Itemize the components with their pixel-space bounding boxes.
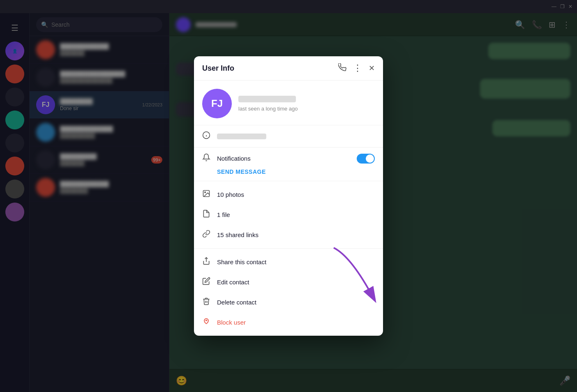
modal-title: User Info [202,64,234,73]
block-user-item[interactable]: Block user [194,312,383,332]
file-label: 1 file [217,211,230,218]
info-blurred-content [217,134,266,139]
photos-icon [202,189,210,200]
share-contact-label: Share this contact [217,258,266,265]
file-item[interactable]: 1 file [194,205,383,225]
modal-header-actions: ⋮ ✕ [338,63,375,74]
block-user-label: Block user [217,319,246,326]
user-initials: FJ [211,98,223,109]
svg-point-4 [205,192,206,193]
photos-label: 10 photos [217,191,244,198]
block-icon [202,317,210,327]
user-avatar: FJ [202,89,232,118]
delete-contact-item[interactable]: Delete contact [194,292,383,312]
modal-header: User Info ⋮ ✕ [194,56,383,81]
close-modal-icon[interactable]: ✕ [369,64,375,73]
info-icon [202,131,210,141]
notifications-section: Notifications SEND MESSAGE [194,148,383,181]
delete-contact-label: Delete contact [217,299,256,306]
links-icon [202,230,210,240]
file-icon [202,210,210,220]
delete-icon [202,297,210,307]
actions-section: Share this contact Edit contact [194,249,383,336]
info-section [194,125,383,148]
notifications-label: Notifications [217,155,350,162]
edit-contact-item[interactable]: Edit contact [194,272,383,292]
phone-icon[interactable] [338,63,346,74]
edit-contact-label: Edit contact [217,279,249,286]
edit-icon [202,277,210,287]
user-info-modal: User Info ⋮ ✕ FJ last seen a long time a… [194,56,383,336]
user-name-blurred [238,96,296,102]
notifications-toggle[interactable] [357,154,375,164]
notifications-row: Notifications [202,153,375,164]
links-item[interactable]: 15 shared links [194,225,383,245]
more-options-icon[interactable]: ⋮ [353,63,362,74]
media-section: 10 photos 1 file 15 shared links [194,181,383,249]
links-label: 15 shared links [217,231,258,238]
bell-icon [202,153,210,164]
user-profile-section: FJ last seen a long time ago [194,81,383,125]
user-details: last seen a long time ago [238,96,298,112]
share-contact-item[interactable]: Share this contact [194,252,383,272]
photos-item[interactable]: 10 photos [194,184,383,205]
share-icon [202,257,210,267]
user-status: last seen a long time ago [238,106,298,112]
send-message-button[interactable]: SEND MESSAGE [202,168,375,175]
